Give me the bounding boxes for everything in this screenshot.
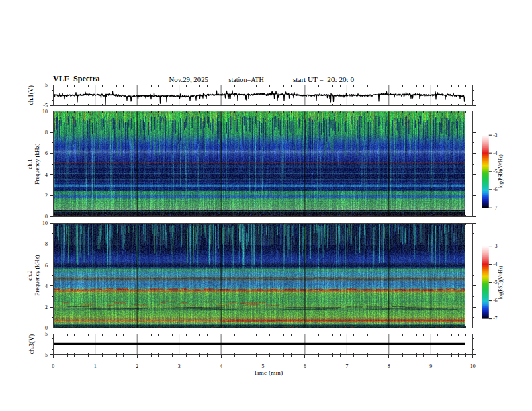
svg-text:start UT = 20: 20: 0: start UT = 20: 20: 0 xyxy=(293,76,354,83)
svg-text:Frequency (kHz): Frequency (kHz) xyxy=(34,143,40,184)
svg-text:-5: -5 xyxy=(493,169,497,175)
svg-text:3: 3 xyxy=(178,363,181,369)
svg-text:2: 2 xyxy=(136,363,138,369)
svg-text:-6: -6 xyxy=(493,298,497,304)
svg-text:8: 8 xyxy=(388,363,390,369)
svg-text:-4: -4 xyxy=(493,261,497,267)
svg-text:-7: -7 xyxy=(493,316,497,322)
svg-text:-3: -3 xyxy=(493,243,497,249)
svg-text:ch.1(V): ch.1(V) xyxy=(28,85,36,105)
svg-text:-5: -5 xyxy=(43,103,48,109)
svg-text:0: 0 xyxy=(45,214,48,220)
svg-text:Frequency (kHz): Frequency (kHz) xyxy=(34,255,40,296)
svg-text:5: 5 xyxy=(45,82,48,88)
svg-text:2: 2 xyxy=(45,304,48,310)
svg-text:0: 0 xyxy=(52,363,54,369)
svg-text:0: 0 xyxy=(45,325,48,331)
svg-text:4: 4 xyxy=(220,363,222,369)
svg-text:4: 4 xyxy=(45,172,48,178)
svg-text:2: 2 xyxy=(45,193,48,199)
svg-text:8: 8 xyxy=(45,130,48,136)
svg-text:log(PSD)(V²/Hz): log(PSD)(V²/Hz) xyxy=(498,154,504,188)
svg-text:Time (min): Time (min) xyxy=(254,369,283,376)
svg-text:-4: -4 xyxy=(493,150,497,156)
svg-text:8: 8 xyxy=(45,241,48,247)
svg-text:station=ATH: station=ATH xyxy=(229,76,264,83)
svg-text:1: 1 xyxy=(94,363,97,369)
svg-text:ch.3(V): ch.3(V) xyxy=(28,334,36,355)
svg-text:ch.2: ch.2 xyxy=(27,271,34,281)
svg-text:10: 10 xyxy=(42,109,48,115)
svg-text:-5: -5 xyxy=(493,279,497,285)
svg-text:7: 7 xyxy=(345,363,348,369)
svg-text:ch.1: ch.1 xyxy=(27,158,34,169)
svg-text:9: 9 xyxy=(429,363,432,369)
svg-text:-3: -3 xyxy=(493,132,497,138)
svg-text:4: 4 xyxy=(45,283,48,289)
svg-text:VLF Spectra: VLF Spectra xyxy=(53,74,100,83)
svg-text:10: 10 xyxy=(42,220,48,226)
svg-text:10: 10 xyxy=(470,363,476,369)
svg-text:6: 6 xyxy=(45,150,48,156)
svg-text:6: 6 xyxy=(304,363,306,369)
svg-text:-6: -6 xyxy=(493,187,497,193)
svg-text:log(PSD)(V²/Hz): log(PSD)(V²/Hz) xyxy=(498,265,504,299)
svg-text:-7: -7 xyxy=(493,205,497,211)
svg-text:-5: -5 xyxy=(43,352,48,358)
svg-text:6: 6 xyxy=(45,263,48,269)
svg-text:5: 5 xyxy=(45,331,48,337)
svg-text:Nov.29, 2025: Nov.29, 2025 xyxy=(169,76,209,83)
